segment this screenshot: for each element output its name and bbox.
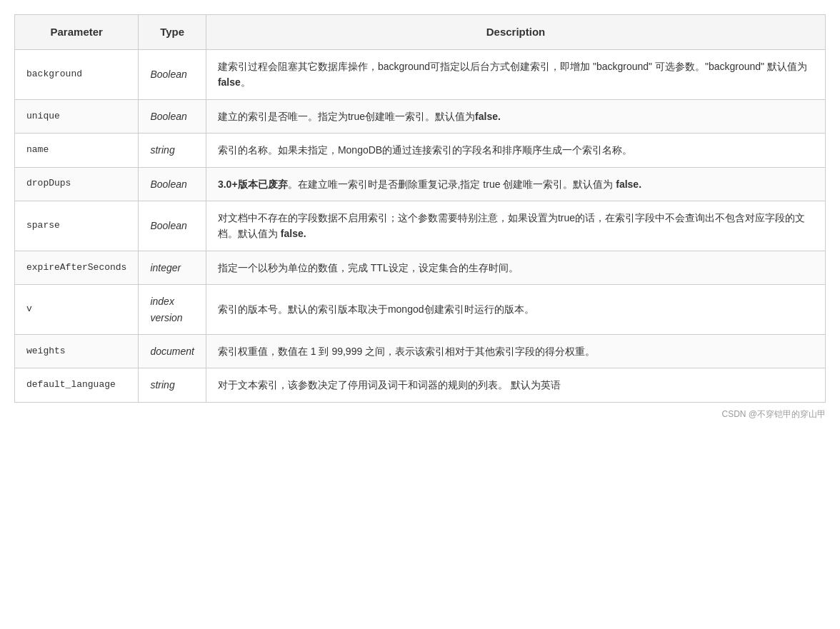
param-cell: expireAfterSeconds <box>15 251 139 284</box>
type-cell: Boolean <box>139 99 206 133</box>
type-cell: string <box>139 134 206 167</box>
table-row: default_languagestring对于文本索引，该参数决定了停用词及词… <box>15 368 826 402</box>
param-cell: sparse <box>15 201 139 251</box>
type-cell: Boolean <box>139 167 206 201</box>
col-header-parameter: Parameter <box>15 15 139 50</box>
param-cell: name <box>15 134 139 167</box>
col-header-type: Type <box>139 15 206 50</box>
footer-attribution: CSDN @不穿铠甲的穿山甲 <box>14 408 826 421</box>
description-cell: 建索引过程会阻塞其它数据库操作，background可指定以后台方式创建索引，即… <box>206 50 825 100</box>
type-cell: Boolean <box>139 50 206 100</box>
table-row: namestring索引的名称。如果未指定，MongoDB的通过连接索引的字段名… <box>15 134 826 167</box>
description-cell: 索引权重值，数值在 1 到 99,999 之间，表示该索引相对于其他索引字段的得… <box>206 334 825 368</box>
description-cell: 3.0+版本已废弃。在建立唯一索引时是否删除重复记录,指定 true 创建唯一索… <box>206 167 825 201</box>
table-row: vindexversion索引的版本号。默认的索引版本取决于mongod创建索引… <box>15 285 826 335</box>
type-cell: Boolean <box>139 201 206 251</box>
param-cell: v <box>15 285 139 335</box>
param-cell: dropDups <box>15 167 139 201</box>
table-row: expireAfterSecondsinteger指定一个以秒为单位的数值，完成… <box>15 251 826 284</box>
description-cell: 建立的索引是否唯一。指定为true创建唯一索引。默认值为false. <box>206 99 825 133</box>
table-row: backgroundBoolean建索引过程会阻塞其它数据库操作，backgro… <box>15 50 826 100</box>
param-cell: unique <box>15 99 139 133</box>
param-cell: weights <box>15 334 139 368</box>
table-row: weightsdocument索引权重值，数值在 1 到 99,999 之间，表… <box>15 334 826 368</box>
table-row: uniqueBoolean建立的索引是否唯一。指定为true创建唯一索引。默认值… <box>15 99 826 133</box>
description-cell: 索引的版本号。默认的索引版本取决于mongod创建索引时运行的版本。 <box>206 285 825 335</box>
params-table: Parameter Type Description backgroundBoo… <box>14 14 826 403</box>
table-row: sparseBoolean对文档中不存在的字段数据不启用索引；这个参数需要特别注… <box>15 201 826 251</box>
param-cell: default_language <box>15 368 139 402</box>
type-cell: indexversion <box>139 285 206 335</box>
description-cell: 对于文本索引，该参数决定了停用词及词干和词器的规则的列表。 默认为英语 <box>206 368 825 402</box>
param-cell: background <box>15 50 139 100</box>
description-cell: 索引的名称。如果未指定，MongoDB的通过连接索引的字段名和排序顺序生成一个索… <box>206 134 825 167</box>
type-cell: integer <box>139 251 206 284</box>
description-cell: 指定一个以秒为单位的数值，完成 TTL设定，设定集合的生存时间。 <box>206 251 825 284</box>
description-cell: 对文档中不存在的字段数据不启用索引；这个参数需要特别注意，如果设置为true的话… <box>206 201 825 251</box>
type-cell: string <box>139 368 206 402</box>
table-row: dropDupsBoolean3.0+版本已废弃。在建立唯一索引时是否删除重复记… <box>15 167 826 201</box>
col-header-description: Description <box>206 15 825 50</box>
type-cell: document <box>139 334 206 368</box>
